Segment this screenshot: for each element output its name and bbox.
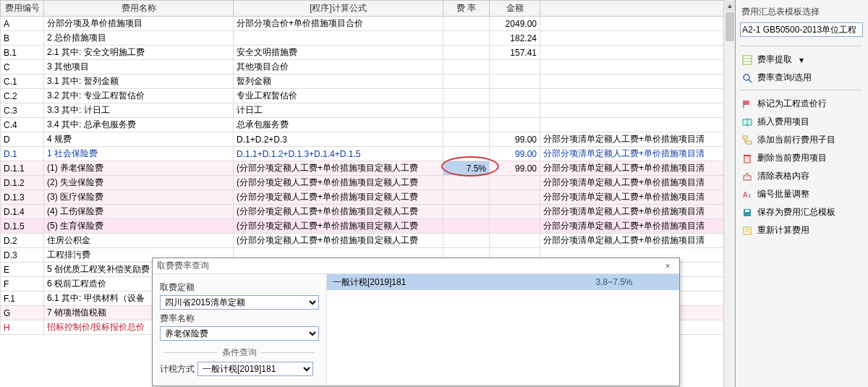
cell[interactable] [443, 75, 490, 89]
table-row[interactable]: C.13.1 其中: 暂列金额暂列金额 [1, 75, 734, 89]
cell[interactable]: (3) 医疗保险费 [44, 190, 234, 205]
cell[interactable]: C.1 [1, 75, 44, 89]
cell[interactable]: 3.3 其中: 计日工 [44, 103, 234, 118]
col-desc[interactable] [540, 1, 734, 17]
cell[interactable]: 其他项目合价 [234, 60, 443, 75]
cell[interactable]: H [1, 320, 44, 335]
cell[interactable] [443, 103, 490, 118]
table-row[interactable]: D.1.3(3) 医疗保险费(分部分项定额人工费+单价措施项目定额人工费分部分项… [1, 190, 734, 205]
cell[interactable] [490, 118, 540, 132]
ratename-select[interactable]: 养老保险费 [160, 326, 319, 341]
side-action-clear[interactable]: 清除表格内容 [736, 167, 868, 185]
cell[interactable]: E [1, 263, 44, 277]
cell[interactable] [443, 31, 490, 46]
table-row[interactable]: D.2住房公积金(分部分项定额人工费+单价措施项目定额人工费分部分项清单定额人工… [1, 234, 734, 248]
cell[interactable] [443, 205, 490, 219]
table-row[interactable]: C3 其他项目其他项目合价 [1, 60, 734, 75]
cell[interactable] [540, 118, 734, 132]
side-action-delete[interactable]: 删除当前费用项目 [736, 149, 868, 167]
cell[interactable]: 3 其他项目 [44, 60, 234, 75]
cell[interactable]: (4) 工伤保险费 [44, 205, 234, 219]
cell[interactable]: 99.00 [490, 161, 540, 176]
cell[interactable] [490, 234, 540, 248]
table-row[interactable]: D4 规费D.1+D.2+D.399.00分部分项清单定额人工费+单价措施项目清 [1, 132, 734, 147]
cell[interactable] [540, 46, 734, 60]
cell[interactable]: 分部分项清单定额人工费+单价措施项目清 [540, 176, 734, 190]
cell[interactable]: F.1 [1, 292, 44, 306]
table-row[interactable]: B.12.1 其中: 安全文明施工费安全文明措施费157.41 [1, 46, 734, 60]
cell[interactable]: 4 规费 [44, 132, 234, 147]
cell[interactable]: 2.1 其中: 安全文明施工费 [44, 46, 234, 60]
cell[interactable]: C.2 [1, 89, 44, 103]
col-name[interactable]: 费用名称 [44, 1, 234, 17]
cell[interactable]: B.1 [1, 46, 44, 60]
cell[interactable]: A [1, 17, 44, 31]
cell[interactable]: D.1 [1, 147, 44, 161]
cell[interactable]: 住房公积金 [44, 234, 234, 248]
cell[interactable]: 总承包服务费 [234, 118, 443, 132]
cell[interactable]: (分部分项定额人工费+单价措施项目定额人工费 [234, 161, 443, 176]
cell[interactable]: 1 社会保险费 [44, 147, 234, 161]
cell[interactable]: 3.2 其中: 专业工程暂估价 [44, 89, 234, 103]
cell[interactable]: 计日工 [234, 103, 443, 118]
cell[interactable]: 182.24 [490, 31, 540, 46]
side-action-insert[interactable]: 插入费用项目 [736, 113, 868, 131]
cell[interactable]: 暂列金额 [234, 75, 443, 89]
col-amount[interactable]: 金额 [490, 1, 540, 17]
table-row[interactable]: B2 总价措施项目182.24 [1, 31, 734, 46]
col-code[interactable]: 费用编号 [1, 1, 44, 17]
cell[interactable]: D.1.3 [1, 190, 44, 205]
close-icon[interactable]: × [660, 261, 675, 271]
cell[interactable]: 安全文明措施费 [234, 46, 443, 60]
scroll-up-arrow[interactable]: ▲ [725, 1, 735, 11]
side-action-search[interactable]: 费率查询/选用 [736, 69, 868, 87]
cell[interactable]: (分部分项定额人工费+单价措施项目定额人工费 [234, 234, 443, 248]
table-row[interactable]: A分部分项及单价措施项目分部分项合价+单价措施项目合价2049.00 [1, 17, 734, 31]
cell[interactable] [540, 17, 734, 31]
cell[interactable]: D.2 [1, 234, 44, 248]
cell[interactable]: 157.41 [490, 46, 540, 60]
cell[interactable]: D.1.4 [1, 205, 44, 219]
cell[interactable]: 分部分项及单价措施项目 [44, 17, 234, 31]
cell[interactable]: 分部分项清单定额人工费+单价措施项目清 [540, 132, 734, 147]
side-action-recalc[interactable]: 重新计算费用 [736, 221, 868, 239]
cell[interactable] [443, 190, 490, 205]
cell[interactable] [443, 46, 490, 60]
dialog-titlebar[interactable]: 取费费率查询 × [153, 258, 679, 274]
side-action-flag[interactable]: 标记为工程造价行 [736, 95, 868, 113]
cell[interactable]: C.4 [1, 118, 44, 132]
cell[interactable]: D.1.2 [1, 176, 44, 190]
vertical-scrollbar[interactable]: ▲ [723, 0, 735, 387]
cell[interactable] [540, 103, 734, 118]
cell[interactable]: C.3 [1, 103, 44, 118]
cell[interactable] [443, 147, 490, 161]
cell[interactable]: 3.1 其中: 暂列金额 [44, 75, 234, 89]
cell[interactable]: B [1, 31, 44, 46]
cell[interactable] [490, 75, 540, 89]
cell[interactable] [490, 60, 540, 75]
cell[interactable] [540, 89, 734, 103]
table-row[interactable]: D.1.4(4) 工伤保险费(分部分项定额人工费+单价措施项目定额人工费分部分项… [1, 205, 734, 219]
side-action-save[interactable]: 保存为费用汇总模板 [736, 203, 868, 221]
cell[interactable]: (1) 养老保险费 [44, 161, 234, 176]
table-row[interactable]: C.23.2 其中: 专业工程暂估价专业工程暂估价 [1, 89, 734, 103]
cell[interactable] [540, 31, 734, 46]
cell[interactable]: 分部分项清单定额人工费+单价措施项目清 [540, 147, 734, 161]
template-select[interactable] [740, 22, 863, 37]
cell[interactable] [540, 60, 734, 75]
cell[interactable]: 分部分项清单定额人工费+单价措施项目清 [540, 190, 734, 205]
cell[interactable]: 99.00 [490, 147, 540, 161]
cell[interactable]: 分部分项清单定额人工费+单价措施项目清 [540, 219, 734, 234]
cell[interactable]: D.1.5 [1, 219, 44, 234]
cell[interactable] [443, 17, 490, 31]
cell[interactable] [540, 75, 734, 89]
cell[interactable]: D.1.1+D.1.2+D.1.3+D.1.4+D.1.5 [234, 147, 443, 161]
cell[interactable]: 分部分项清单定额人工费+单价措施项目清 [540, 205, 734, 219]
cell[interactable]: (分部分项定额人工费+单价措施项目定额人工费 [234, 190, 443, 205]
table-row[interactable]: D.1.5(5) 生育保险费(分部分项定额人工费+单价措施项目定额人工费分部分项… [1, 219, 734, 234]
table-row[interactable]: C.43.4 其中: 总承包服务费总承包服务费 [1, 118, 734, 132]
cell[interactable]: 7.5% [443, 161, 490, 176]
taxmode-select[interactable]: 一般计税[2019]181 [197, 362, 313, 376]
cell[interactable]: 分部分项清单定额人工费+单价措施项目清 [540, 161, 734, 176]
cell[interactable]: C [1, 60, 44, 75]
